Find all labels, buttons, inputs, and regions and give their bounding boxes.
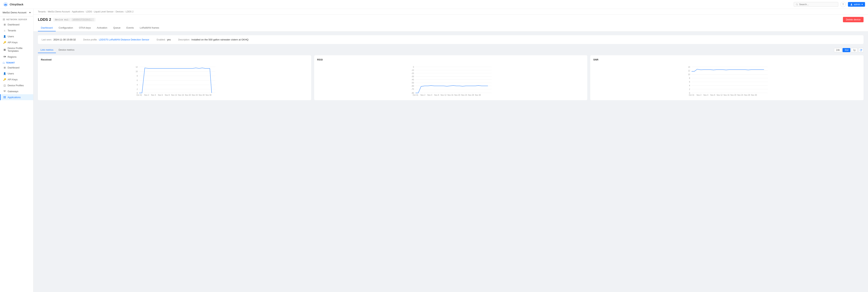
rssi-chart-card: RSSI [314,55,587,100]
sidebar-item-tenant-users[interactable]: 👤 Users [0,71,33,76]
logo-icon [3,2,8,7]
svg-text:Nov 24: Nov 24 [737,94,743,96]
svg-text:Nov 28: Nov 28 [198,94,205,96]
svg-text:Nov 20: Nov 20 [731,94,737,96]
breadcrumb-sep3: / [85,10,85,13]
breadcrumb-current: LDDS 2 [126,10,133,13]
sidebar-item-regions[interactable]: 🗺 Regions [0,54,33,60]
user-button[interactable]: admin ▾ [848,2,865,7]
sidebar-item-label: Dashboard [8,66,20,69]
refresh-button[interactable] [858,48,864,52]
user-icon [850,3,853,6]
breadcrumb-applications[interactable]: Applications [72,10,84,13]
sidebar: MetSci Demo Account ▾ Network Server ⊞ D… [0,9,33,292]
tab-events[interactable]: Events [123,25,137,31]
tenant-selector[interactable]: MetSci Demo Account ▾ [0,9,33,16]
breadcrumb-sep4: / [114,10,115,13]
breadcrumb-tenants[interactable]: Tenants [38,10,46,13]
breadcrumb-sep5: / [124,10,125,13]
search-box[interactable] [794,2,838,7]
svg-text:Nov 2: Nov 2 [421,94,426,96]
svg-rect-7 [4,96,4,97]
metrics-tabs: Link metrics Device metrics [38,47,77,53]
device-info-row: Last seen: 2024-11-30 15:00:32 Device pr… [38,35,864,44]
description-value: Installed on the 500 gallon rainwater ci… [191,38,248,41]
tab-queue[interactable]: Queue [110,25,123,31]
tab-otaa-keys[interactable]: OTAA keys [76,25,94,31]
svg-rect-10 [5,98,6,98]
key-icon: 🔑 [3,41,6,44]
help-button[interactable]: ? [840,2,846,7]
svg-text:-70: -70 [411,88,414,90]
svg-text:2: 2 [137,88,138,90]
svg-text:6: 6 [137,79,138,81]
tab-configuration[interactable]: Configuration [56,25,76,31]
sidebar-item-label: Applications [8,96,21,99]
device-eui-prefix: device eui: [55,18,69,21]
map-icon: 🗺 [3,55,6,58]
delete-device-button[interactable]: Delete device [843,17,864,22]
topbar: ChirpStack ? admin ▾ [0,0,868,9]
received-chart-svg: 12 10 8 6 4 2 0 Oct 31 Nov 2 Nov 4 Nov 6 [41,63,308,97]
time-btn-31d[interactable]: 31d [842,48,850,52]
svg-text:Nov 24: Nov 24 [461,94,467,96]
svg-text:Nov 4: Nov 4 [151,94,156,96]
device-profile-link[interactable]: LDDS75 LoRaWAN Distance Detection Sensor [99,38,149,41]
svg-text:Nov 4: Nov 4 [704,94,709,96]
sidebar-item-gateways[interactable]: Gateways [0,88,33,94]
rssi-chart-svg: 0 -10 -20 -30 -40 -50 -60 -70 -80 Oct 31… [317,63,585,97]
tab-lorawan-frames[interactable]: LoRaWAN frames [137,25,162,31]
breadcrumb: Tenants / MetSci Demo Account / Applicat… [33,9,868,15]
last-seen-item: Last seen: 2024-11-30 15:00:32 [42,38,76,41]
sidebar-item-label: Users [8,72,14,75]
svg-text:Nov 2: Nov 2 [144,94,149,96]
svg-text:-80: -80 [411,92,414,94]
search-input[interactable] [799,3,836,6]
sidebar-item-tenant-dashboard[interactable]: ⊞ Dashboard [0,65,33,71]
tab-dashboard[interactable]: Dashboard [38,25,56,31]
svg-text:Nov 20: Nov 20 [185,94,191,96]
time-btn-24h[interactable]: 24h [834,48,842,52]
tenant-section: Tenant [0,60,33,65]
breadcrumb-devices[interactable]: Devices [116,10,124,13]
snr-chart-card: SNR 14 [590,55,864,100]
device-eui-badge: device eui: a84041f1b18e2cd2 [53,18,95,22]
sidebar-item-device-profile-templates[interactable]: ▦ Device Profile Templates [0,45,33,54]
sidebar-item-label: Gateways [8,90,19,93]
sidebar-item-users[interactable]: 👤 Users [0,33,33,39]
tenant-name: MetSci Demo Account [3,11,26,14]
user-label: admin [854,3,860,6]
search-icon [796,3,798,6]
enabled-label: Enabled: [157,38,165,41]
svg-text:Nov 30: Nov 30 [475,94,481,96]
sidebar-item-tenant-api-keys[interactable]: 🔑 API Keys [0,76,33,82]
svg-text:Oct 31: Oct 31 [413,94,418,96]
description-label: Description: [178,38,190,41]
metrics-tab-device[interactable]: Device metrics [56,47,77,53]
sidebar-item-api-keys[interactable]: 🔑 API Keys [0,39,33,45]
snr-chart-title: SNR [593,58,861,61]
snr-chart-area: 14 12 10 8 6 4 2 0 Oct 31 Nov 2 Nov 4 [593,63,861,97]
sidebar-item-device-profiles[interactable]: ◫ Device Profiles [0,82,33,88]
svg-text:Nov 20: Nov 20 [454,94,460,96]
tenant-chevron: ▾ [29,11,31,14]
svg-text:Nov 8: Nov 8 [434,94,439,96]
topbar-right: ? admin ▾ [794,2,865,7]
svg-text:Nov 24: Nov 24 [192,94,198,96]
sidebar-item-tenants[interactable]: ⌂ Tenants [0,28,33,33]
svg-rect-8 [5,96,6,97]
tab-activation[interactable]: Activation [94,25,110,31]
breadcrumb-account[interactable]: MetSci Demo Account [48,10,70,13]
rssi-chart-title: RSSI [317,58,585,61]
breadcrumb-sensor[interactable]: LDDS - Liquid Level Sensor [86,10,114,13]
svg-point-3 [851,3,852,4]
sidebar-item-applications[interactable]: Applications [0,94,33,100]
svg-text:Nov 2: Nov 2 [697,94,702,96]
sidebar-item-dashboard[interactable]: ⊞ Dashboard [0,22,33,28]
page-title: LDDS 2 [38,17,51,22]
grid-icon: ⊞ [3,23,6,26]
metrics-tab-link[interactable]: Link metrics [38,47,56,53]
svg-rect-5 [3,19,5,20]
time-btn-1y[interactable]: 1y [851,48,858,52]
svg-text:-40: -40 [411,79,414,81]
